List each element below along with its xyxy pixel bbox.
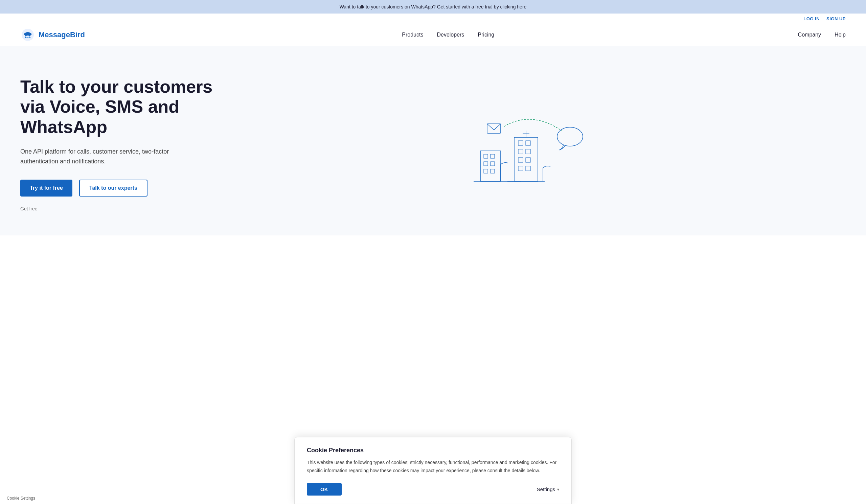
svg-rect-14 xyxy=(526,158,531,163)
svg-rect-4 xyxy=(490,162,495,166)
logo-icon xyxy=(20,27,35,42)
nav-links: Products Developers Pricing xyxy=(98,32,798,38)
logo-text: MessageBird xyxy=(38,31,85,39)
logo[interactable]: MessageBird xyxy=(20,27,85,42)
svg-rect-15 xyxy=(518,166,523,171)
svg-rect-9 xyxy=(518,141,523,145)
nav-item-help[interactable]: Help xyxy=(834,32,846,38)
nav-item-pricing[interactable]: Pricing xyxy=(478,32,494,38)
svg-rect-3 xyxy=(484,162,488,166)
svg-rect-12 xyxy=(526,149,531,154)
hero-title: Talk to your customers via Voice, SMS an… xyxy=(20,77,223,137)
svg-rect-6 xyxy=(490,169,495,173)
hero-illustration-svg xyxy=(470,93,599,195)
nav-right: Company Help xyxy=(798,32,846,38)
svg-rect-8 xyxy=(514,137,538,181)
hero-note: Get free xyxy=(20,206,223,211)
svg-rect-1 xyxy=(484,154,488,158)
hero-subtitle: One API platform for calls, customer ser… xyxy=(20,147,183,166)
svg-rect-10 xyxy=(526,141,531,145)
hero-section: Talk to your customers via Voice, SMS an… xyxy=(0,46,866,235)
svg-rect-16 xyxy=(526,166,531,171)
svg-rect-5 xyxy=(484,169,488,173)
signup-link[interactable]: SIGN UP xyxy=(826,16,846,21)
svg-rect-13 xyxy=(518,158,523,163)
nav-item-company[interactable]: Company xyxy=(798,32,821,38)
svg-point-23 xyxy=(557,127,583,146)
login-link[interactable]: LOG IN xyxy=(803,16,820,21)
auth-bar: LOG IN SIGN UP xyxy=(0,13,866,24)
talk-to-experts-button[interactable]: Talk to our experts xyxy=(79,180,147,197)
try-it-free-button[interactable]: Try it for free xyxy=(20,180,73,197)
top-banner[interactable]: Want to talk to your customers on WhatsA… xyxy=(0,0,866,13)
nav-item-products[interactable]: Products xyxy=(402,32,423,38)
svg-rect-2 xyxy=(490,154,495,158)
svg-rect-22 xyxy=(487,124,501,133)
hero-content: Talk to your customers via Voice, SMS an… xyxy=(20,77,223,212)
navbar: MessageBird Products Developers Pricing … xyxy=(0,24,866,46)
hero-buttons: Try it for free Talk to our experts xyxy=(20,180,223,197)
hero-illustration xyxy=(223,93,846,195)
banner-text: Want to talk to your customers on WhatsA… xyxy=(340,4,527,10)
nav-item-developers[interactable]: Developers xyxy=(437,32,464,38)
svg-rect-11 xyxy=(518,149,523,154)
